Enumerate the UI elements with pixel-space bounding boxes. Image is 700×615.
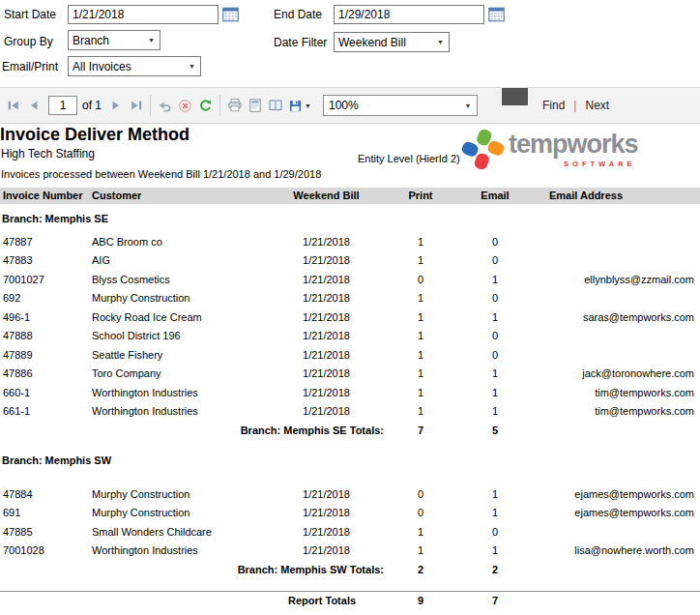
date-filter-label: Date Filter: [274, 36, 327, 49]
chevron-down-icon: ▼: [143, 31, 160, 49]
calendar-icon: [488, 7, 505, 22]
cell-customer: Rocky Road Ice Cream: [92, 308, 285, 328]
first-page-icon: [7, 99, 20, 112]
table-row: 692Murphy Construction1/21/201810: [0, 289, 700, 308]
column-header-print: Print: [394, 188, 448, 204]
print-button[interactable]: [224, 94, 245, 118]
cell-weekend-bill: 1/21/2018: [285, 365, 367, 384]
table-row: 660-1Worthington Industries1/21/201811ti…: [0, 384, 700, 403]
find-link[interactable]: Find: [542, 99, 565, 112]
stop-rendering-button[interactable]: [175, 94, 195, 118]
cell-weekend-bill: 1/21/2018: [285, 233, 367, 252]
cell-weekend-bill: 1/21/2018: [285, 308, 367, 328]
cell-print: 1: [394, 523, 448, 542]
tempworks-logo: tempworks SOFTWARE: [462, 130, 638, 170]
cell-customer: School District 196: [92, 327, 285, 346]
previous-page-button[interactable]: [23, 94, 44, 118]
parameter-panel: Start Date End Date Group By Branch: [0, 0, 700, 87]
cell-email-address: tim@tempworks.com: [512, 402, 694, 422]
page-count-label: of 1: [82, 99, 102, 112]
cell-customer: Toro Company: [92, 365, 285, 384]
cell-print: 1: [394, 308, 448, 328]
end-date-input[interactable]: [334, 5, 484, 24]
email-print-value: All Invoices: [69, 60, 184, 73]
cell-weekend-bill: 1/21/2018: [285, 504, 367, 523]
back-to-parent-button[interactable]: [155, 94, 175, 118]
cell-customer: Worthington Industries: [92, 542, 285, 561]
previous-page-icon: [27, 99, 41, 112]
cell-weekend-bill: 1/21/2018: [285, 289, 367, 308]
report-totals-row: Report Totals 9 7: [0, 591, 700, 610]
cell-invoice-number: 691: [3, 504, 88, 523]
print-layout-button[interactable]: [245, 94, 265, 118]
cell-print: 1: [394, 402, 448, 422]
last-page-icon: [130, 99, 143, 112]
report-body: Invoice Deliver Method High Tech Staffin…: [0, 124, 700, 615]
group-by-label: Group By: [4, 35, 53, 48]
zoom-select[interactable]: 100% ▼: [323, 95, 478, 116]
cell-email: 0: [466, 327, 524, 346]
cell-weekend-bill: 1/21/2018: [285, 327, 367, 346]
cell-customer: Worthington Industries: [92, 402, 285, 422]
group-heading: Branch: Memphis SW: [0, 452, 700, 471]
column-header-email-address: Email Address: [495, 188, 677, 204]
cell-invoice-number: 47885: [3, 523, 88, 542]
email-print-select[interactable]: All Invoices ▼: [68, 56, 201, 76]
table-row: 47889Seattle Fishery1/21/201810: [0, 346, 700, 366]
cell-invoice-number: 496-1: [3, 308, 88, 328]
group-email-total: 2: [466, 561, 524, 580]
entity-level-label: Entity Level (HierId 2): [358, 153, 460, 164]
table-row: 47885Small Wonders Childcare1/21/201810: [0, 523, 700, 542]
group-totals-row: Branch: Memphis SW Totals:22: [0, 561, 700, 580]
report-title: Invoice Deliver Method: [0, 125, 190, 145]
first-page-button[interactable]: [3, 94, 23, 118]
group-by-select[interactable]: Branch ▼: [68, 30, 160, 50]
group-email-total: 5: [466, 422, 524, 441]
group-by-value: Branch: [69, 34, 143, 47]
cell-customer: ABC Broom co: [92, 233, 285, 252]
find-next-divider: |: [573, 99, 576, 112]
cancel-icon: [178, 99, 192, 113]
cell-invoice-number: 660-1: [3, 384, 88, 403]
cell-print: 1: [394, 365, 448, 384]
cell-weekend-bill: 1/21/2018: [285, 542, 367, 561]
cell-print: 1: [394, 327, 448, 346]
cell-print: 1: [394, 233, 448, 252]
cell-email: 0: [466, 233, 524, 252]
cell-weekend-bill: 1/21/2018: [285, 251, 367, 271]
group-rows: 47887ABC Broom co1/21/20181047883AIG1/21…: [0, 233, 700, 422]
date-filter-select[interactable]: Weekend Bill ▼: [334, 32, 450, 52]
end-date-calendar-button[interactable]: [486, 5, 506, 24]
page-number-input[interactable]: [48, 96, 77, 115]
last-page-button[interactable]: [126, 94, 146, 118]
next-page-icon: [109, 99, 123, 112]
cell-email-address: ejames@tempworks.com: [512, 504, 694, 523]
table-row: 661-1Worthington Industries1/21/201811ti…: [0, 402, 700, 422]
chevron-down-icon: ▼: [305, 102, 311, 109]
cell-email-address: ejames@tempworks.com: [512, 485, 694, 505]
group-totals-label: Branch: Memphis SW Totals:: [92, 561, 384, 580]
start-date-calendar-button[interactable]: [220, 5, 240, 24]
export-button[interactable]: ▼: [285, 94, 314, 118]
column-header-customer: Customer: [92, 188, 285, 204]
find-next-area: Find | Next: [542, 88, 609, 123]
zoom-value: 100%: [324, 99, 459, 112]
scrollbar-fragment[interactable]: [502, 88, 528, 105]
cell-weekend-bill: 1/21/2018: [285, 271, 367, 290]
print-layout-icon: [248, 98, 263, 113]
cell-print: 0: [394, 504, 448, 523]
report-table: Invoice Number Customer Weekend Bill Pri…: [0, 188, 700, 610]
cell-email-address: ellynblyss@zzmail.com: [512, 271, 694, 290]
cell-weekend-bill: 1/21/2018: [285, 523, 367, 542]
next-page-button[interactable]: [105, 94, 126, 118]
group-heading: Branch: Memphis SE: [0, 210, 700, 229]
next-link[interactable]: Next: [585, 99, 609, 112]
email-print-label: Email/Print: [2, 60, 58, 73]
refresh-button[interactable]: [195, 94, 216, 118]
group-rows: 47884Murphy Construction1/21/201801ejame…: [0, 485, 700, 561]
cell-invoice-number: 47886: [3, 365, 88, 384]
cell-print: 1: [394, 384, 448, 403]
page-setup-button[interactable]: [265, 94, 285, 118]
start-date-input[interactable]: [68, 5, 219, 24]
cell-print: 1: [394, 346, 448, 366]
